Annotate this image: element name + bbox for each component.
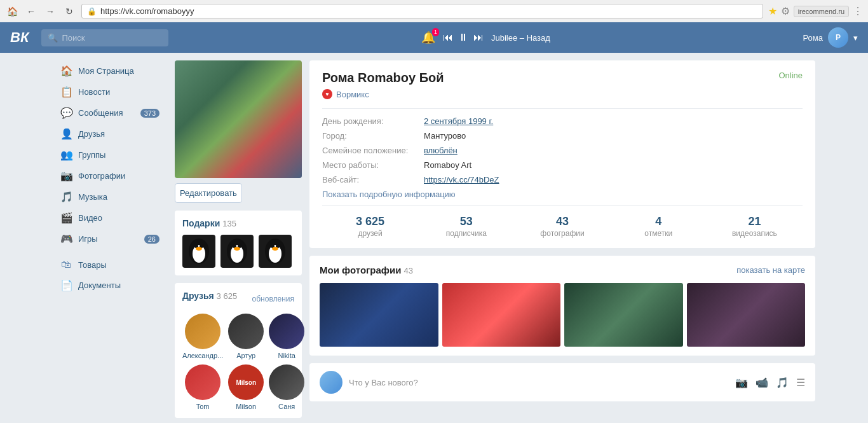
profile-photo bbox=[175, 60, 302, 178]
friend-name-tom: Tom bbox=[182, 403, 223, 410]
menu-button[interactable]: ⋮ bbox=[853, 5, 863, 17]
games-icon: 🎮 bbox=[60, 233, 72, 245]
stat-subscribers[interactable]: 53 подписчика bbox=[418, 215, 514, 238]
stats-row: 3 625 друзей 53 подписчика 43 фотографии… bbox=[322, 205, 803, 238]
home-button[interactable]: 🏠 bbox=[5, 4, 19, 18]
reload-button[interactable]: ↻ bbox=[62, 4, 76, 18]
sidebar-item-friends[interactable]: 👤 Друзья bbox=[53, 123, 167, 144]
search-bar[interactable]: 🔍 Поиск bbox=[41, 29, 168, 46]
sidebar-label-groups: Группы bbox=[78, 150, 105, 160]
photos-grid bbox=[320, 283, 805, 347]
notification-bell[interactable]: 🔔 1 bbox=[421, 31, 435, 45]
back-button[interactable]: ← bbox=[24, 4, 38, 18]
header-center: 🔔 1 ⏮ ⏸ ⏭ Jubilee – Назад bbox=[168, 31, 803, 45]
user-menu[interactable]: Рома Р ▾ bbox=[803, 27, 858, 48]
show-more-button[interactable]: Показать подробную информацию bbox=[322, 190, 803, 199]
games-badge: 26 bbox=[144, 235, 159, 244]
gift-penguin-1 bbox=[187, 237, 210, 265]
player-track[interactable]: Jubilee – Назад bbox=[491, 33, 550, 43]
friend-avatar-sanya bbox=[269, 364, 304, 400]
gift-2[interactable] bbox=[220, 235, 254, 268]
forward-button[interactable]: → bbox=[43, 4, 57, 18]
post-settings-button[interactable]: ☰ bbox=[796, 377, 805, 389]
sidebar-label-my-page: Моя Страница bbox=[78, 66, 134, 76]
birthday-row: День рождения: 2 сентября 1999 г. bbox=[322, 116, 803, 126]
videos-stat-count: 21 bbox=[707, 215, 803, 228]
sidebar-item-groups[interactable]: 👥 Группы bbox=[53, 144, 167, 165]
friends-stat-count: 3 625 bbox=[322, 215, 418, 228]
show-on-map-link[interactable]: показать на карте bbox=[736, 265, 805, 275]
photos-stat-label: фотографии bbox=[540, 229, 584, 238]
photo-thumb-3[interactable] bbox=[564, 283, 683, 347]
site-row: Веб-сайт: https://vk.cc/74bDeZ bbox=[322, 175, 803, 184]
photo-thumb-4[interactable] bbox=[687, 283, 806, 347]
sidebar-item-games[interactable]: 🎮 Игры 26 bbox=[53, 228, 167, 249]
sidebar-item-video[interactable]: 🎬 Видео bbox=[53, 207, 167, 228]
groups-icon: 👥 bbox=[60, 149, 72, 161]
sidebar-label-friends: Друзья bbox=[78, 129, 105, 139]
sidebar-item-my-page[interactable]: 🏠 Моя Страница bbox=[53, 60, 167, 81]
next-button[interactable]: ⏭ bbox=[473, 32, 484, 43]
friend-item-nikita[interactable]: Nikita bbox=[269, 314, 304, 359]
sidebar-item-photos[interactable]: 📷 Фотографии bbox=[53, 165, 167, 186]
sidebar-item-goods[interactable]: 🛍 Товары bbox=[53, 254, 167, 275]
family-value[interactable]: влюблён bbox=[424, 146, 458, 155]
friend-item-aleksandr[interactable]: Александр... bbox=[182, 314, 223, 359]
friends-title: Друзья 3 625 bbox=[182, 291, 237, 301]
photos-icon: 📷 bbox=[60, 170, 72, 182]
gifts-row bbox=[182, 235, 294, 268]
extensions-button[interactable]: ⚙ bbox=[781, 5, 790, 17]
attach-photo-button[interactable]: 📷 bbox=[735, 377, 748, 389]
birthday-label: День рождения: bbox=[322, 116, 417, 126]
gift-3[interactable] bbox=[259, 235, 292, 268]
profile-photo-image bbox=[175, 60, 302, 178]
profile-details: День рождения: 2 сентября 1999 г. Город:… bbox=[322, 108, 803, 184]
vormix-icon: ♥ bbox=[322, 89, 332, 99]
post-placeholder-text[interactable]: Что у Вас нового? bbox=[349, 378, 729, 387]
sidebar-divider bbox=[53, 249, 167, 254]
address-bar[interactable]: 🔒 https://vk.com/romaboyyy bbox=[81, 4, 763, 18]
profile-info-block: Рома Romaboy Бой Online ♥ Вормикс День р… bbox=[309, 60, 815, 248]
photos-title-text: Мои фотографии bbox=[320, 265, 404, 275]
friend-item-milson[interactable]: Milson Milson bbox=[228, 364, 264, 410]
star-button[interactable]: ★ bbox=[768, 5, 777, 17]
friend-name-sanya: Саня bbox=[269, 403, 304, 410]
sidebar-item-messages[interactable]: 💬 Сообщения 373 bbox=[53, 102, 167, 123]
friends-update-link[interactable]: обновления bbox=[252, 295, 294, 303]
family-label: Семейное положение: bbox=[322, 146, 417, 155]
prev-button[interactable]: ⏮ bbox=[443, 32, 453, 43]
sidebar-item-music[interactable]: 🎵 Музыка bbox=[53, 186, 167, 207]
subscribers-stat-label: подписчика bbox=[446, 229, 487, 238]
pause-button[interactable]: ⏸ bbox=[458, 32, 468, 43]
stat-videos[interactable]: 21 видеозапись bbox=[707, 215, 803, 238]
attach-video-button[interactable]: 📹 bbox=[756, 377, 768, 389]
stat-marks[interactable]: 4 отметки bbox=[611, 215, 707, 238]
friend-item-artur[interactable]: Артур bbox=[228, 314, 264, 359]
marks-stat-label: отметки bbox=[644, 229, 672, 238]
right-column: Рома Romaboy Бой Online ♥ Вормикс День р… bbox=[309, 60, 815, 418]
vormix-link[interactable]: Вормикс bbox=[336, 90, 369, 99]
friend-item-sanya[interactable]: Саня bbox=[269, 364, 304, 410]
photo-thumb-1[interactable] bbox=[320, 283, 438, 347]
browser-chrome: 🏠 ← → ↻ 🔒 https://vk.com/romaboyyy ★ ⚙ i… bbox=[0, 0, 868, 22]
vk-logo[interactable]: ВК bbox=[10, 29, 29, 46]
photo-thumb-2[interactable] bbox=[442, 283, 561, 347]
edit-profile-button[interactable]: Редактировать bbox=[175, 183, 242, 203]
birthday-value[interactable]: 2 сентября 1999 г. bbox=[424, 116, 493, 126]
friend-name-milson: Milson bbox=[228, 403, 264, 410]
search-icon: 🔍 bbox=[48, 33, 58, 43]
gift-1[interactable] bbox=[182, 235, 215, 268]
photos-count: 43 bbox=[404, 266, 413, 275]
left-column: Редактировать Подарки 135 bbox=[175, 60, 302, 418]
sidebar-item-news[interactable]: 📋 Новости bbox=[53, 81, 167, 102]
sidebar-item-docs[interactable]: 📄 Документы bbox=[53, 275, 167, 296]
stat-photos[interactable]: 43 фотографии bbox=[514, 215, 610, 238]
friends-grid: Александр... Артур Nikita Tom bbox=[182, 314, 294, 410]
marks-stat-count: 4 bbox=[611, 215, 707, 228]
stat-friends[interactable]: 3 625 друзей bbox=[322, 215, 418, 238]
main-container: 🏠 Моя Страница 📋 Новости 💬 Сообщения 373… bbox=[53, 53, 815, 423]
subscribers-stat-count: 53 bbox=[418, 215, 514, 228]
friend-item-tom[interactable]: Tom bbox=[182, 364, 223, 410]
attach-music-button[interactable]: 🎵 bbox=[776, 377, 789, 389]
site-value[interactable]: https://vk.cc/74bDeZ bbox=[424, 175, 499, 184]
